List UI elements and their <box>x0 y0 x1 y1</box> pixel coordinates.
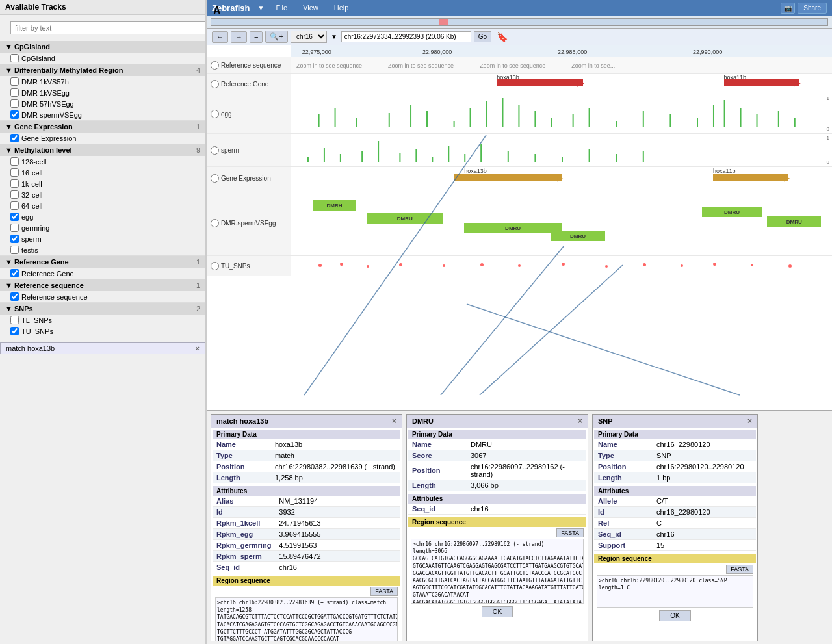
dmru-block-3[interactable]: DMRU <box>551 231 604 241</box>
checkbox-testis[interactable] <box>10 246 19 254</box>
panel-d-fasta-btn[interactable]: FASTA <box>726 565 753 574</box>
checkbox-refgene[interactable] <box>10 269 19 277</box>
bookmark-icon[interactable]: 🔖 <box>497 32 508 42</box>
dmru-block-2[interactable]: DMRU <box>464 223 562 233</box>
track-data-geneexpr-view[interactable]: ▶ hoxa13b ▶ hoxa11b <box>291 167 832 190</box>
label-16cell[interactable]: 16-cell <box>21 169 42 177</box>
checkbox-cpgisland[interactable] <box>10 54 19 62</box>
checkbox-16cell[interactable] <box>10 168 19 177</box>
snp-dot-5[interactable] <box>443 264 445 267</box>
nav-back-btn[interactable]: ← <box>212 31 228 43</box>
checkbox-1kcell[interactable] <box>10 179 19 188</box>
snp-dot-3[interactable] <box>367 265 369 268</box>
dmrh-block[interactable]: DMRH <box>313 200 356 211</box>
label-128cell[interactable]: 128-cell <box>21 158 47 166</box>
label-egg[interactable]: egg <box>21 213 33 221</box>
share-button[interactable]: Share <box>798 3 827 14</box>
snp-dot-9[interactable] <box>605 265 608 268</box>
nav-zoom-in-btn[interactable]: 🔍+ <box>265 31 287 43</box>
menu-file[interactable]: File <box>272 3 291 13</box>
geneexpr-hoxa11b-bar[interactable]: ▶ <box>713 174 788 181</box>
dmru-block-4[interactable]: DMRU <box>702 207 762 217</box>
track-data-sperm[interactable]: 1 0 <box>291 134 832 166</box>
snp-dot-10[interactable] <box>643 263 646 266</box>
checkbox-germring[interactable] <box>10 224 19 232</box>
nav-forward-btn[interactable]: → <box>231 31 247 43</box>
label-cpgisland[interactable]: CpGIsland <box>21 55 55 62</box>
checkbox-dmr1[interactable] <box>10 77 19 86</box>
chr-select[interactable]: chr16 <box>291 31 327 43</box>
geneexpr-hoxa13b-bar[interactable]: ▶ <box>454 174 562 181</box>
checkbox-128cell[interactable] <box>10 157 19 166</box>
panel-c-ok-btn[interactable]: OK <box>482 606 513 617</box>
snp-dot-2[interactable] <box>340 263 343 266</box>
snp-dot-1[interactable] <box>318 264 322 267</box>
section-cpgisland-header[interactable]: ▼ CpGIsland <box>0 41 205 53</box>
radio-egg[interactable] <box>211 110 219 118</box>
label-germring[interactable]: germring <box>21 224 49 232</box>
nav-zoom-out-btn[interactable]: − <box>250 31 263 43</box>
label-dmr4[interactable]: DMR spermVSEgg <box>21 111 82 119</box>
dmru-block-1[interactable]: DMRU <box>367 213 442 224</box>
checkbox-dmr3[interactable] <box>10 99 19 108</box>
radio-refseq[interactable] <box>211 61 219 70</box>
checkbox-tusnps[interactable] <box>10 327 19 335</box>
checkbox-egg[interactable] <box>10 213 19 221</box>
filter-input[interactable] <box>10 21 205 34</box>
checkbox-32cell[interactable] <box>10 190 19 199</box>
snp-dot-7[interactable] <box>518 264 521 267</box>
nav-go-button[interactable]: Go <box>474 31 491 42</box>
camera-icon-btn[interactable]: 📷 <box>781 3 795 14</box>
label-32cell[interactable]: 32-cell <box>21 191 42 199</box>
panel-d-ok-btn[interactable]: OK <box>659 610 690 621</box>
snp-dot-6[interactable] <box>480 263 484 266</box>
label-dmr2[interactable]: DMR 1kVSEgg <box>21 89 70 97</box>
radio-refgene[interactable] <box>211 80 219 88</box>
nav-position-input[interactable] <box>341 31 471 42</box>
panel-d-close[interactable]: × <box>748 417 752 426</box>
snp-dot-11[interactable] <box>681 264 683 267</box>
checkbox-64cell[interactable] <box>10 201 19 210</box>
label-dmr3[interactable]: DMR 57hVSEgg <box>21 100 74 108</box>
section-snps-header[interactable]: ▼ SNPs 2 <box>0 303 205 315</box>
panel-c-fasta-btn[interactable]: FASTA <box>556 528 584 537</box>
label-testis[interactable]: testis <box>21 246 38 254</box>
checkbox-dmr4[interactable] <box>10 110 19 119</box>
menu-view[interactable]: View <box>299 3 322 13</box>
radio-dmr-view[interactable] <box>211 219 219 227</box>
label-geneexpr[interactable]: Gene Expression <box>21 135 76 142</box>
checkbox-dmr2[interactable] <box>10 88 19 97</box>
label-tusnps[interactable]: TU_SNPs <box>21 328 53 335</box>
label-64cell[interactable]: 64-cell <box>21 202 42 210</box>
label-dmr1[interactable]: DMR 1kVS57h <box>21 78 69 86</box>
section-dmr-header[interactable]: ▼ Differentially Methylated Region 4 <box>0 64 205 76</box>
snp-dot-8[interactable] <box>562 263 565 266</box>
snp-dot-13[interactable] <box>751 264 753 266</box>
checkbox-sperm[interactable] <box>10 235 19 243</box>
label-refseq[interactable]: Reference sequence <box>21 293 88 301</box>
checkbox-refseq[interactable] <box>10 292 19 301</box>
label-1kcell[interactable]: 1k-cell <box>21 180 42 188</box>
search-close-icon[interactable]: × <box>196 344 200 352</box>
section-refgene-header[interactable]: ▼ Reference Gene 1 <box>0 256 205 268</box>
track-data-egg[interactable]: 1 0 <box>291 94 832 133</box>
section-methylation-header[interactable]: ▼ Methylation level 9 <box>0 144 205 156</box>
checkbox-tlsnps[interactable] <box>10 316 19 324</box>
snp-dot-12[interactable] <box>713 263 716 266</box>
radio-sperm[interactable] <box>211 146 219 155</box>
snp-dot-14[interactable] <box>788 264 792 268</box>
snp-dot-4[interactable] <box>399 263 402 266</box>
menu-help[interactable]: Help <box>330 3 353 13</box>
section-geneexpr-header[interactable]: ▼ Gene Expression 1 <box>0 121 205 133</box>
track-data-dmr-view[interactable]: DMRH DMRU DMRU DMRU <box>291 190 832 255</box>
dmru-block-5[interactable]: DMRU <box>767 216 821 227</box>
radio-snps-view[interactable] <box>211 262 219 270</box>
radio-geneexpr-view[interactable] <box>211 174 219 183</box>
label-sperm[interactable]: sperm <box>21 235 42 243</box>
panel-b-fasta-btn[interactable]: FASTA <box>370 587 398 596</box>
dropdown-arrow-icon[interactable]: ▼ <box>258 5 265 12</box>
section-refseq-header[interactable]: ▼ Reference sequence 1 <box>0 279 205 291</box>
label-refgene[interactable]: Reference Gene <box>21 270 74 277</box>
track-data-snps-view[interactable] <box>291 256 832 276</box>
track-data-refgene[interactable]: ▶ hoxa13b ▶ hoxa11b <box>291 74 832 94</box>
